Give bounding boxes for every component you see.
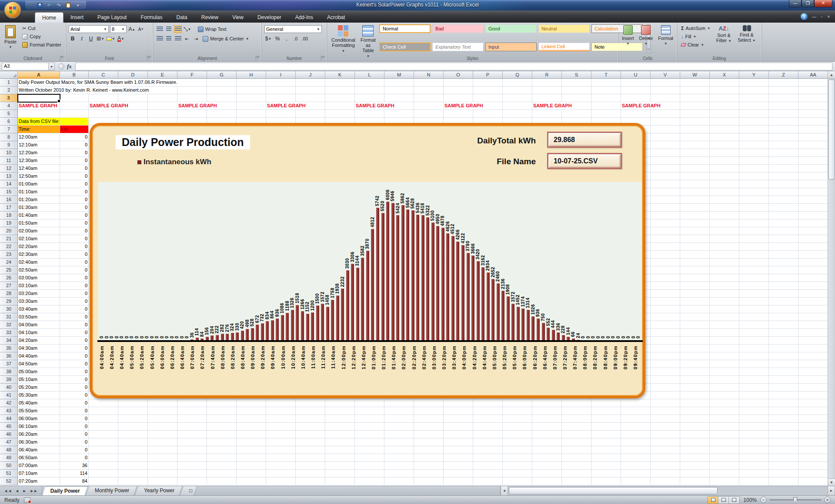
- cell-V28[interactable]: [651, 290, 680, 298]
- bar-04:10pm[interactable]: 3780: [465, 182, 471, 340]
- row-header-49[interactable]: 49: [0, 454, 18, 462]
- bar-12:50pm[interactable]: 3870: [365, 182, 370, 340]
- cell-style-good[interactable]: Good: [485, 24, 537, 33]
- cell-H47[interactable]: [237, 438, 266, 446]
- cell-V30[interactable]: [651, 305, 680, 313]
- cell-X16[interactable]: [710, 196, 739, 204]
- cell-Z22[interactable]: [769, 243, 798, 251]
- cell-B34[interactable]: 0: [60, 337, 89, 345]
- bar-04:30pm[interactable]: 3420: [475, 182, 481, 340]
- column-header-P[interactable]: P: [473, 71, 503, 79]
- bar-05:20pm[interactable]: 2136: [501, 182, 506, 340]
- cell-Z47[interactable]: [769, 438, 798, 446]
- fill-button[interactable]: ↓Fill▼: [680, 33, 712, 40]
- format-painter-button[interactable]: Format Painter: [21, 41, 63, 49]
- cell-F4[interactable]: SAMPLE GRAPH: [177, 102, 207, 110]
- cell-X20[interactable]: [710, 227, 739, 235]
- cell-Y20[interactable]: [739, 227, 769, 235]
- cell-AA29[interactable]: [798, 298, 828, 305]
- column-header-S[interactable]: S: [562, 71, 591, 79]
- cell-C3[interactable]: [89, 94, 118, 102]
- cell-P44[interactable]: [473, 415, 503, 423]
- decrease-decimal-button[interactable]: .00: [301, 35, 309, 43]
- cell-N47[interactable]: [414, 438, 444, 446]
- cell-S2[interactable]: [562, 86, 591, 94]
- cell-AA33[interactable]: [798, 329, 828, 337]
- row-header-22[interactable]: 22: [0, 243, 18, 251]
- cell-V50[interactable]: [651, 462, 680, 470]
- column-header-H[interactable]: H: [237, 71, 266, 79]
- cell-X44[interactable]: [710, 415, 739, 423]
- bar-05:50am[interactable]: 0: [154, 182, 160, 340]
- cell-X26[interactable]: [710, 274, 739, 282]
- cell-T3[interactable]: [591, 94, 621, 102]
- cell-I47[interactable]: [266, 438, 296, 446]
- cell-AA38[interactable]: [798, 368, 828, 376]
- cell-Y22[interactable]: [739, 243, 769, 251]
- column-header-U[interactable]: U: [621, 71, 651, 79]
- cell-Y35[interactable]: [739, 345, 769, 352]
- cell-K46[interactable]: [325, 431, 355, 438]
- column-header-R[interactable]: R: [532, 71, 562, 79]
- cell-W47[interactable]: [680, 438, 710, 446]
- cell-O51[interactable]: [444, 470, 473, 477]
- bar-10:40am[interactable]: 1266: [300, 182, 305, 340]
- cell-Y24[interactable]: [739, 259, 769, 266]
- cell-V5[interactable]: [651, 110, 680, 118]
- cell-J44[interactable]: [296, 415, 325, 423]
- cell-X27[interactable]: [710, 282, 739, 290]
- cell-A14[interactable]: 01:00am: [18, 180, 60, 188]
- cell-N52[interactable]: [414, 477, 444, 485]
- cell-X41[interactable]: [710, 391, 739, 399]
- cell-V18[interactable]: [651, 212, 680, 219]
- bar-06:30am[interactable]: 0: [174, 182, 180, 340]
- cell-P5[interactable]: [473, 110, 503, 118]
- row-header-34[interactable]: 34: [0, 337, 18, 345]
- cell-style-linked-cell[interactable]: Linked Cell: [538, 43, 590, 51]
- cell-Z24[interactable]: [769, 259, 798, 266]
- cell-A12[interactable]: 12:40am: [18, 165, 60, 172]
- cell-Y27[interactable]: [739, 282, 769, 290]
- cell-V33[interactable]: [651, 329, 680, 337]
- bar-12:40pm[interactable]: 3582: [360, 182, 365, 340]
- align-middle-button[interactable]: [165, 25, 173, 33]
- cell-Z25[interactable]: [769, 266, 798, 274]
- bold-button[interactable]: B: [69, 35, 77, 43]
- formula-options-icon[interactable]: [58, 63, 64, 70]
- cell-Z45[interactable]: [769, 423, 798, 431]
- cell-H3[interactable]: [237, 94, 266, 102]
- cell-E42[interactable]: [148, 399, 177, 407]
- cell-E4[interactable]: [148, 102, 177, 110]
- cell-AA11[interactable]: [798, 157, 828, 165]
- cell-Y37[interactable]: [739, 360, 769, 368]
- cell-AA46[interactable]: [798, 431, 828, 438]
- ribbon-tab-insert[interactable]: Insert: [63, 12, 90, 23]
- cell-AA5[interactable]: [798, 110, 828, 118]
- cell-style-check-cell[interactable]: Check Cell: [379, 43, 431, 51]
- cell-B16[interactable]: 0: [60, 196, 89, 204]
- bar-07:50am[interactable]: 222: [214, 182, 220, 340]
- cell-L49[interactable]: [355, 454, 384, 462]
- cell-Z20[interactable]: [769, 227, 798, 235]
- cell-B10[interactable]: 0: [60, 149, 89, 157]
- cell-AA41[interactable]: [798, 391, 828, 399]
- bar-11:50am[interactable]: 1938: [335, 182, 340, 340]
- bar-08:00am[interactable]: 282: [220, 182, 225, 340]
- cell-F47[interactable]: [177, 438, 207, 446]
- cell-R3[interactable]: [532, 94, 562, 102]
- row-header-47[interactable]: 47: [0, 438, 18, 446]
- cell-F44[interactable]: [177, 415, 207, 423]
- cell-T51[interactable]: [591, 470, 621, 477]
- bar-05:10pm[interactable]: 2460: [495, 182, 501, 340]
- cell-W20[interactable]: [680, 227, 710, 235]
- cell-R45[interactable]: [532, 423, 562, 431]
- cell-H45[interactable]: [237, 423, 266, 431]
- cell-F51[interactable]: [177, 470, 207, 477]
- cell-Q44[interactable]: [503, 415, 532, 423]
- cell-C45[interactable]: [89, 423, 118, 431]
- cell-L5[interactable]: [355, 110, 384, 118]
- column-header-T[interactable]: T: [591, 71, 621, 79]
- cell-Y9[interactable]: [739, 141, 769, 149]
- cell-W10[interactable]: [680, 149, 710, 157]
- column-header-I[interactable]: I: [266, 71, 296, 79]
